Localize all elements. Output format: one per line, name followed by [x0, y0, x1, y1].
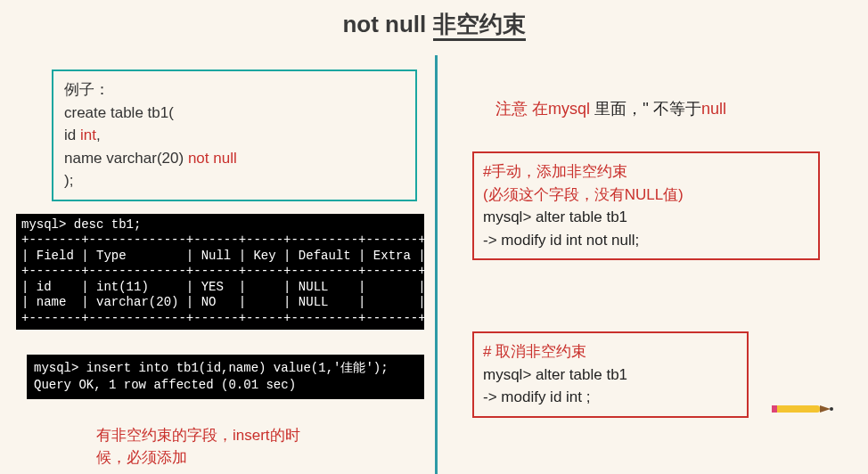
- pencil-icon: [766, 389, 838, 416]
- example-box: 例子： create table tb1( id int, name varch…: [52, 69, 417, 201]
- example-line: name varchar(20) not null: [64, 147, 405, 170]
- svg-rect-3: [772, 405, 777, 413]
- terminal-insert: mysql> insert into tb1(id,name) value(1,…: [27, 355, 424, 399]
- example-line: );: [64, 169, 405, 192]
- example-line: 例子：: [64, 78, 405, 102]
- box-comment: (必须这个字段，没有NULL值): [483, 184, 809, 207]
- bottom-note: 有非空约束的字段，insert的时 候，必须添加: [96, 424, 435, 470]
- page-title: not null 非空约束: [0, 0, 868, 40]
- warning-text: 注意 在mysql 里面，'' 不等于null: [495, 98, 856, 119]
- box-comment: # 取消非空约束: [483, 340, 738, 364]
- example-line: id int,: [64, 124, 405, 147]
- svg-rect-0: [775, 405, 820, 413]
- terminal-desc: mysql> desc tb1; +-------+-------------+…: [16, 214, 424, 331]
- vertical-divider: [435, 55, 438, 474]
- box-command: mysql> alter table tb1: [483, 364, 738, 387]
- svg-marker-1: [820, 405, 831, 413]
- title-plain: not null: [342, 11, 432, 37]
- svg-point-2: [830, 407, 833, 411]
- box-command: -> modify id int ;: [483, 386, 738, 409]
- right-column: 注意 在mysql 里面，'' 不等于null #手动，添加非空约束 (必须这个…: [446, 53, 856, 418]
- box-command: mysql> alter table tb1: [483, 206, 809, 229]
- box-command: -> modify id int not null;: [483, 229, 809, 252]
- add-constraint-box: #手动，添加非空约束 (必须这个字段，没有NULL值) mysql> alter…: [472, 151, 820, 260]
- box-comment: #手动，添加非空约束: [483, 160, 809, 184]
- left-column: 例子： create table tb1( id int, name varch…: [0, 53, 435, 470]
- example-line: create table tb1(: [64, 102, 405, 125]
- drop-constraint-box: # 取消非空约束 mysql> alter table tb1 -> modif…: [472, 331, 749, 418]
- title-underlined: 非空约束: [433, 11, 526, 41]
